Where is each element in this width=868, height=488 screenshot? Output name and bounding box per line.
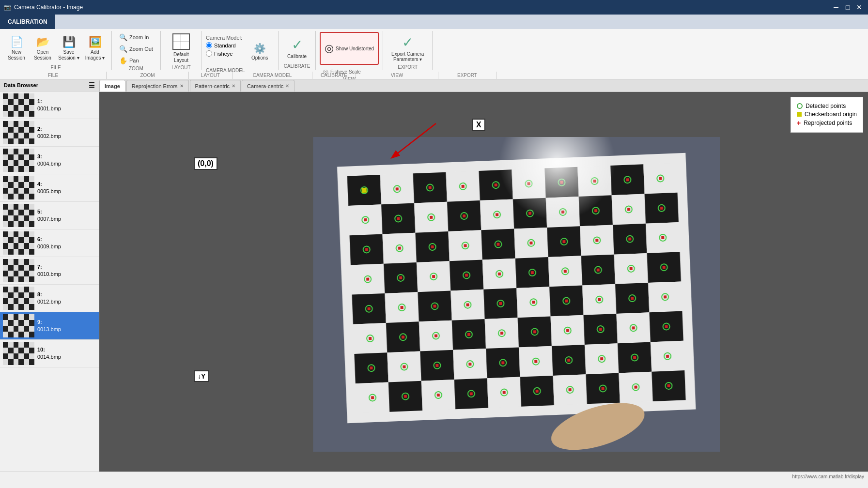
standard-radio-option[interactable]: Standard: [206, 42, 242, 48]
layout-section-label: LAYOUT: [189, 72, 232, 79]
thumbnail-4: [3, 204, 34, 227]
thumb-checker-1: [3, 121, 34, 144]
tab-reprojection-label: Reprojection Errors: [132, 83, 178, 89]
sidebar-menu-icon[interactable]: ☰: [89, 81, 95, 89]
calibrate-button[interactable]: ✓ Calibrate: [282, 32, 311, 63]
open-session-icon: 📂: [36, 36, 49, 48]
item-info-6: 7: 0010.bmp: [37, 263, 61, 278]
zoom-in-label: Zoom In: [129, 34, 149, 40]
thumbnail-9: [3, 342, 34, 365]
show-undistorted-button[interactable]: ◎ Show Undistorted: [320, 32, 379, 65]
sidebar-header: Data Browser ☰: [0, 79, 99, 92]
export-section-label: EXPORT: [438, 72, 496, 79]
standard-label: Standard: [214, 43, 236, 48]
zoom-in-button[interactable]: 🔍 Zoom In: [116, 32, 152, 43]
export-button[interactable]: ✓ Export CameraParameters ▾: [387, 32, 428, 64]
tab-reprojection[interactable]: Reprojection Errors ✕: [126, 80, 189, 92]
legend-checkerboard: Checkerboard origin: [797, 111, 857, 118]
item-num-5: 6:: [37, 236, 61, 243]
content-area: Image Reprojection Errors ✕ Pattern-cent…: [99, 79, 868, 472]
sidebar-item-6[interactable]: 7: 0010.bmp: [0, 257, 99, 285]
file-buttons: 📄 NewSession 📂 OpenSession 💾 SaveSession…: [4, 32, 108, 65]
sidebar-item-5[interactable]: 6: 0009.bmp: [0, 229, 99, 257]
tab-pattern-close[interactable]: ✕: [232, 83, 235, 89]
item-filename-0: 0001.bmp: [37, 105, 61, 112]
open-session-label: OpenSession: [34, 49, 51, 61]
ribbon-content: 📄 NewSession 📂 OpenSession 💾 SaveSession…: [0, 29, 868, 72]
view-group: ◎ Show Undistorted ◎ Fisheye Scale VIEW: [316, 31, 383, 70]
thumbnail-8: [3, 314, 34, 337]
tab-camera[interactable]: Camera-centric ✕: [242, 80, 294, 92]
default-layout-label: Default Layout: [166, 52, 196, 63]
save-session-button[interactable]: 💾 SaveSession ▾: [56, 32, 81, 65]
sidebar-item-3[interactable]: 4: 0005.bmp: [0, 174, 99, 202]
show-undistorted-icon: ◎: [325, 42, 334, 55]
sidebar-item-4[interactable]: 5: 0007.bmp: [0, 202, 99, 229]
save-session-icon: 💾: [62, 36, 76, 48]
thumb-checker-8: [3, 314, 34, 337]
thumb-checker-0: [3, 93, 34, 117]
x-label: X: [476, 121, 481, 129]
close-button[interactable]: ✕: [854, 2, 864, 12]
window-controls: ─ □ ✕: [831, 2, 864, 12]
export-group: ✓ Export CameraParameters ▾ EXPORT: [383, 31, 433, 70]
sidebar-item-8[interactable]: 9: 0013.bmp: [0, 312, 99, 340]
detected-points-label: Detected points: [806, 103, 846, 109]
sidebar: Data Browser ☰ 1: 0001.bmp 2: 0002.bmp: [0, 79, 99, 472]
sidebar-item-7[interactable]: 8: 0012.bmp: [0, 285, 99, 312]
view-section-label: VIEW: [356, 72, 438, 79]
new-session-icon: 📄: [10, 36, 23, 48]
tab-calibration[interactable]: CALIBRATION: [0, 15, 55, 29]
default-layout-button[interactable]: Default Layout: [165, 32, 198, 65]
item-num-8: 9:: [37, 319, 61, 326]
tab-pattern[interactable]: Pattern-centric ✕: [190, 80, 241, 92]
thumbnail-3: [3, 176, 34, 199]
thumbnail-6: [3, 259, 34, 282]
calibrate-icon: ✓: [292, 37, 303, 53]
checkerboard-origin-label: Checkerboard origin: [805, 111, 857, 118]
sidebar-item-1[interactable]: 2: 0002.bmp: [0, 119, 99, 147]
new-session-label: NewSession: [8, 49, 25, 61]
new-session-button[interactable]: 📄 NewSession: [4, 32, 29, 65]
thumb-checker-4: [3, 204, 34, 227]
options-icon: ⚙️: [254, 43, 266, 54]
item-num-7: 8:: [37, 291, 61, 298]
item-num-2: 3:: [37, 153, 61, 160]
legend: Detected points Checkerboard origin + Re…: [790, 97, 863, 133]
tab-camera-label: Camera-centric: [247, 83, 283, 89]
maximize-button[interactable]: □: [843, 2, 852, 12]
item-info-5: 6: 0009.bmp: [37, 236, 61, 251]
data-browser-title: Data Browser: [4, 82, 38, 88]
sidebar-item-9[interactable]: 10: 0014.bmp: [0, 340, 99, 367]
options-button[interactable]: ⚙️ Options: [245, 35, 274, 68]
zoom-out-button[interactable]: 🔍 Zoom Out: [116, 44, 156, 54]
tab-image[interactable]: Image: [99, 80, 125, 92]
open-session-button[interactable]: 📂 OpenSession: [30, 32, 55, 65]
item-info-1: 2: 0002.bmp: [37, 125, 61, 140]
fisheye-label: Fisheye: [214, 51, 233, 57]
export-label: Export CameraParameters ▾: [391, 51, 424, 62]
tab-reprojection-close[interactable]: ✕: [180, 83, 184, 89]
add-images-button[interactable]: 🖼️ AddImages ▾: [82, 32, 108, 65]
x-axis-marker[interactable]: X: [472, 119, 485, 131]
pan-button[interactable]: ✋ Pan: [116, 55, 142, 66]
sidebar-item-0[interactable]: 1: 0001.bmp: [0, 92, 99, 119]
fisheye-radio[interactable]: [206, 50, 212, 57]
pan-icon: ✋: [119, 57, 127, 64]
minimize-button[interactable]: ─: [831, 2, 841, 12]
item-filename-9: 0014.bmp: [37, 353, 61, 361]
status-bar: https://www.cam.matlab.fr/display: [0, 472, 868, 481]
item-num-1: 2:: [37, 125, 61, 133]
standard-radio[interactable]: [206, 42, 212, 48]
app-icon: 📷: [4, 4, 11, 11]
calibrate-group-label: CALIBRATE: [284, 63, 310, 69]
image-view[interactable]: (0,0) ↓Y X Detected points Checkerboard …: [99, 92, 868, 472]
thumbnail-0: [3, 93, 34, 117]
item-info-7: 8: 0012.bmp: [37, 291, 61, 306]
calibrate-group: ✓ Calibrate CALIBRATE: [279, 31, 316, 70]
calibrate-section-label: CALIBRATE: [312, 72, 356, 79]
fisheye-radio-option[interactable]: Fisheye: [206, 50, 242, 57]
tab-camera-close[interactable]: ✕: [285, 83, 289, 89]
sidebar-item-2[interactable]: 3: 0004.bmp: [0, 147, 99, 174]
calibrate-label: Calibrate: [287, 54, 307, 59]
